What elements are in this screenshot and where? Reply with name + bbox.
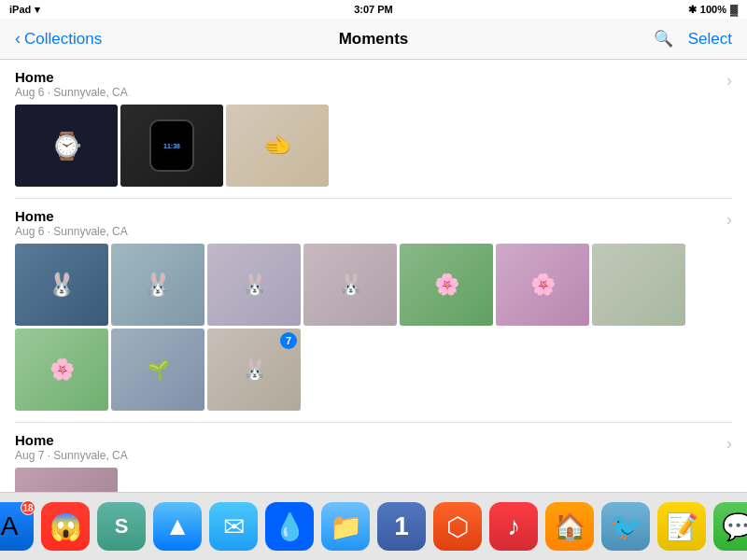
select-button[interactable]: Select: [688, 30, 732, 49]
section-header-3: Home Aug 7 · Sunnyvale, CA ›: [0, 423, 747, 468]
photo-grid-3: [0, 468, 747, 492]
section-arrow-icon-2[interactable]: ›: [726, 210, 732, 230]
workflow-icon: ⬡: [446, 511, 469, 542]
section-title-2: Home: [15, 208, 128, 224]
mail-icon: ✉: [223, 511, 245, 542]
photo-thumb[interactable]: 🐰 7: [207, 329, 301, 411]
carrier-label: iPad: [9, 4, 31, 15]
moment-section-1: Home Aug 6 · Sunnyvale, CA › 11:38 🫲: [0, 60, 747, 198]
photo-thumb[interactable]: 🌸: [400, 244, 493, 326]
section-title-3: Home: [15, 432, 128, 448]
moment-section-3: Home Aug 7 · Sunnyvale, CA ›: [0, 423, 747, 492]
chevron-left-icon: ‹: [15, 29, 21, 49]
dock-app-messages[interactable]: 💬: [713, 502, 747, 551]
faceid-icon: 😱: [49, 511, 82, 542]
dock-app-notes[interactable]: 📝: [657, 502, 706, 551]
section-header-1: Home Aug 6 · Sunnyvale, CA ›: [0, 60, 747, 105]
nav-bar: ‹ Collections Moments 🔍 Select: [0, 19, 747, 60]
nav-title: Moments: [339, 30, 409, 49]
dock: 🧭 A 18 😱 S ▲ ✉ 💧 📁 1 ⬡ ♪ 🏠 🐦 📝 💬 B: [0, 492, 747, 560]
dock-app-workflow[interactable]: ⬡: [433, 502, 482, 551]
status-bar: iPad ▾ 3:07 PM ✱ 100% ▓: [0, 0, 747, 19]
section-title-1: Home: [15, 69, 128, 85]
dock-app-faceid[interactable]: 😱: [41, 502, 90, 551]
nav-actions: 🔍 Select: [654, 29, 732, 49]
main-content: Home Aug 6 · Sunnyvale, CA › 11:38 🫲 Hom…: [0, 60, 747, 492]
photo-thumb[interactable]: 🐰: [15, 244, 108, 326]
photo-grid-1: 11:38 🫲: [0, 105, 747, 198]
photo-badge: 7: [280, 332, 297, 349]
tweetbot-icon: 🐦: [610, 511, 642, 542]
moment-section-2: Home Aug 6 · Sunnyvale, CA › 🐰 🐰 🐰 🐰 🌸: [0, 199, 747, 422]
dock-app-dropbox[interactable]: 💧: [265, 502, 314, 551]
photo-thumb[interactable]: 🫲: [226, 105, 329, 187]
status-right: ✱ 100% ▓: [688, 4, 738, 16]
dock-app-files[interactable]: 📁: [321, 502, 370, 551]
dock-app-testflight[interactable]: ▲: [153, 502, 202, 551]
status-time: 3:07 PM: [354, 4, 393, 15]
dropbox-icon: 💧: [274, 511, 306, 542]
appstore-badge: 18: [21, 500, 35, 515]
slack-icon: S: [115, 514, 129, 539]
status-left: iPad ▾: [9, 4, 40, 16]
testflight-icon: ▲: [164, 511, 190, 541]
dock-app-mail[interactable]: ✉: [209, 502, 258, 551]
nav-back-button[interactable]: ‹ Collections: [15, 29, 102, 49]
dock-app-slack[interactable]: S: [97, 502, 146, 551]
photo-thumb[interactable]: 🐰: [111, 244, 204, 326]
section-header-left-1: Home Aug 6 · Sunnyvale, CA: [15, 69, 128, 99]
onepassword-icon: 1: [394, 511, 409, 541]
notes-icon: 📝: [666, 511, 698, 542]
photo-thumb[interactable]: [592, 244, 685, 326]
files-icon: 📁: [330, 511, 362, 542]
photo-grid-2: 🐰 🐰 🐰 🐰 🌸 🌸 🌸: [0, 244, 747, 422]
section-header-left-2: Home Aug 6 · Sunnyvale, CA: [15, 208, 128, 238]
appstore-icon: A: [1, 511, 19, 541]
dock-app-tweetbot[interactable]: 🐦: [601, 502, 650, 551]
section-subtitle-3: Aug 7 · Sunnyvale, CA: [15, 449, 128, 462]
battery-icon: ▓: [730, 4, 738, 15]
section-arrow-icon-1[interactable]: ›: [726, 71, 732, 91]
search-button[interactable]: 🔍: [654, 29, 673, 49]
section-header-2: Home Aug 6 · Sunnyvale, CA ›: [0, 199, 747, 244]
photo-thumb[interactable]: 🌸: [15, 329, 108, 411]
messages-icon: 💬: [722, 511, 748, 542]
dock-app-music[interactable]: ♪: [489, 502, 538, 551]
section-header-left-3: Home Aug 7 · Sunnyvale, CA: [15, 432, 128, 462]
music-icon: ♪: [507, 511, 520, 541]
bluetooth-icon: ✱: [688, 4, 697, 16]
section-arrow-icon-3[interactable]: ›: [726, 434, 732, 454]
dock-app-onepassword[interactable]: 1: [377, 502, 426, 551]
dock-app-home[interactable]: 🏠: [545, 502, 594, 551]
battery-label: 100%: [700, 4, 726, 15]
dock-app-appstore[interactable]: A 18: [0, 502, 34, 551]
section-subtitle-1: Aug 6 · Sunnyvale, CA: [15, 86, 128, 99]
photo-thumb[interactable]: 🌱: [111, 329, 204, 411]
photo-thumb[interactable]: 11:38: [120, 105, 223, 187]
section-subtitle-2: Aug 6 · Sunnyvale, CA: [15, 225, 128, 238]
home-icon: 🏠: [554, 511, 586, 542]
photo-thumb[interactable]: 🌸: [496, 244, 589, 326]
photo-thumb[interactable]: [15, 468, 118, 492]
photo-thumb[interactable]: 🐰: [303, 244, 397, 326]
photo-thumb[interactable]: 🐰: [207, 244, 301, 326]
nav-back-label: Collections: [24, 30, 102, 49]
wifi-icon: ▾: [35, 4, 40, 16]
photo-thumb[interactable]: [15, 105, 118, 187]
